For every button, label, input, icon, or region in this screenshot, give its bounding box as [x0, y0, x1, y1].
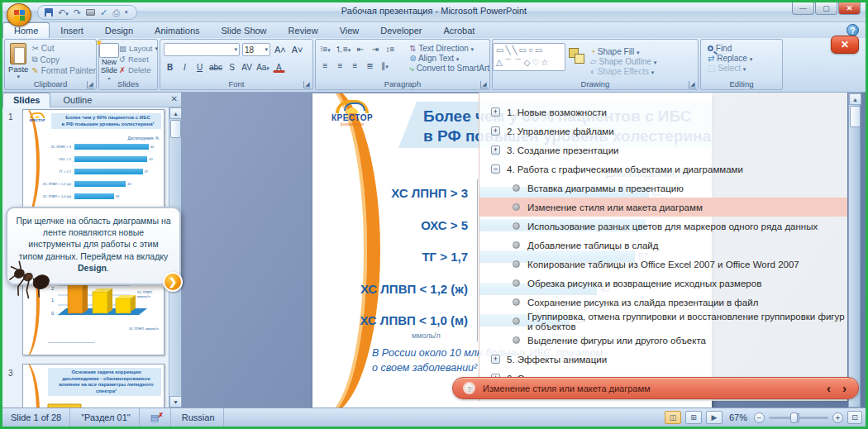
panel-scroll-thumb[interactable]	[170, 120, 181, 138]
tab-insert[interactable]: Insert	[50, 23, 94, 39]
menu-item[interactable]: Добавление таблицы в слайд	[479, 236, 847, 255]
menu-item[interactable]: −4. Работа с графическими объектами и ди…	[479, 160, 847, 179]
arrange-button[interactable]	[569, 48, 587, 66]
print-icon[interactable]	[86, 9, 95, 16]
slide3-thumbnail[interactable]: Основная задача коррекции дислипидемии -…	[22, 364, 165, 408]
menu-item[interactable]: +1. Новые возможности	[479, 102, 847, 122]
strikethrough-button[interactable]: abc	[208, 61, 223, 73]
spellcheck-status[interactable]: ▤✗	[142, 408, 171, 427]
align-right-button[interactable]: ≡	[349, 60, 361, 71]
tab-slide-show[interactable]: Slide Show	[211, 23, 278, 39]
tab-animations[interactable]: Animations	[144, 23, 210, 39]
font-dialog-launcher[interactable]: ◢	[303, 81, 311, 88]
language-indicator[interactable]: Russian	[174, 408, 224, 427]
tab-review[interactable]: Review	[278, 23, 329, 39]
qat-customize-icon[interactable]: ▾	[125, 9, 128, 16]
grow-font-button[interactable]: A˄	[273, 45, 288, 55]
bold-button[interactable]: B	[164, 61, 176, 73]
tab-acrobat[interactable]: Acrobat	[432, 23, 485, 39]
scroll-thumb[interactable]	[850, 106, 861, 127]
character-spacing-button[interactable]: AV	[241, 61, 253, 73]
minimize-button[interactable]: —	[792, 2, 814, 15]
delete-button[interactable]: ✗Delete	[119, 65, 158, 74]
font-size-combobox[interactable]: 18▾	[242, 43, 270, 56]
banner-next-icon[interactable]: ›	[842, 381, 858, 395]
maximize-button[interactable]: ▢	[815, 2, 837, 15]
scroll-down-icon[interactable]: ▼	[169, 396, 182, 408]
slideshow-button[interactable]: ▶	[706, 411, 723, 424]
menu-item[interactable]: Использование разных цветов для маркеров…	[479, 217, 847, 236]
vertical-scrollbar[interactable]: ▲	[848, 93, 861, 408]
new-slide-button[interactable]: New Slide ▾	[99, 40, 119, 83]
replace-button[interactable]: ⇄ Replace ▾	[708, 54, 782, 63]
overlay-close-button[interactable]: ✕	[831, 36, 859, 54]
office-button[interactable]	[7, 3, 31, 26]
menu-item[interactable]: +2. Управление файлами	[479, 122, 847, 141]
menu-item[interactable]: Обрезка рисунка и возвращение исходных р…	[479, 274, 847, 293]
zoom-slider-thumb[interactable]	[790, 412, 798, 423]
zoom-level[interactable]: 67%	[727, 412, 750, 422]
menu-item[interactable]: Изменение стиля или макета диаграмм	[479, 198, 847, 217]
spelling-icon[interactable]: ✓	[100, 8, 107, 17]
find-button[interactable]: Find	[708, 44, 782, 53]
close-button[interactable]: ✕	[838, 2, 861, 15]
convert-smartart-button[interactable]: ⤷ Convert to SmartArt	[409, 64, 489, 74]
print-preview-icon[interactable]: ⎙	[112, 8, 120, 17]
align-text-button[interactable]: ⊜ Align Text ▾	[409, 54, 489, 63]
bullets-button[interactable]: ⁝≡▾	[319, 43, 331, 55]
tab-slides[interactable]: Slides	[2, 93, 50, 107]
shapes-gallery[interactable]: ▭╲╲▭○▭△⌒⌒◇♡☆	[493, 43, 565, 71]
font-color-button[interactable]: A	[273, 61, 285, 73]
menu-item[interactable]: Вставка диаграммы в презентацию	[479, 179, 847, 198]
text-direction-button[interactable]: ⇅ Text Direction ▾	[409, 44, 489, 53]
shape-outline-button[interactable]: ▱ Shape Outline ▾	[590, 57, 656, 66]
expand-icon[interactable]: +	[491, 355, 500, 364]
drawing-dialog-launcher[interactable]: ◢	[689, 81, 696, 88]
layout-button[interactable]: ▤Layout▾	[119, 44, 158, 53]
fit-to-window-button[interactable]: ⊡	[847, 411, 862, 424]
align-center-button[interactable]: ≡	[334, 60, 346, 71]
tab-view[interactable]: View	[329, 23, 370, 39]
shape-effects-button[interactable]: ◐ Shape Effects ▾	[590, 67, 656, 76]
menu-item[interactable]: +3. Создание презентации	[479, 141, 847, 160]
shadow-button[interactable]: S	[226, 61, 238, 73]
menu-item[interactable]: Выделение фигуры или другого объекта	[479, 331, 847, 350]
justify-button[interactable]: ≣	[364, 60, 376, 71]
help-icon[interactable]: ?	[847, 24, 859, 36]
zoom-in-button[interactable]: +	[832, 412, 843, 423]
theme-name[interactable]: "Раздел 01"	[73, 408, 139, 427]
format-painter-button[interactable]: ✎Format Painter	[31, 66, 96, 75]
collapse-icon[interactable]: −	[491, 164, 500, 174]
slide-sorter-button[interactable]: ⊞	[685, 411, 702, 424]
reset-button[interactable]: ↺Reset	[119, 55, 158, 64]
paste-button[interactable]: Paste▾	[5, 40, 31, 80]
shrink-font-button[interactable]: A˅	[290, 45, 305, 55]
undo-icon[interactable]: ↶▾	[58, 8, 69, 17]
zoom-out-button[interactable]: −	[754, 412, 765, 423]
italic-button[interactable]: I	[179, 61, 191, 73]
increase-indent-button[interactable]: ⇥	[369, 43, 381, 55]
numbering-button[interactable]: ⒈≡▾	[334, 43, 351, 55]
line-spacing-button[interactable]: ↕≡	[384, 43, 396, 55]
copy-button[interactable]: ⧉Copy	[31, 55, 96, 64]
menu-item[interactable]: Сохранение рисунка из слайда презентации…	[479, 293, 847, 312]
underline-button[interactable]: U	[193, 61, 206, 73]
clipboard-dialog-launcher[interactable]: ◢	[87, 81, 94, 88]
zoom-slider[interactable]	[769, 417, 828, 419]
expand-icon[interactable]: +	[491, 107, 500, 117]
align-left-button[interactable]: ≡	[319, 60, 331, 71]
tab-home[interactable]: Home	[2, 22, 50, 38]
tooltip-next-button[interactable]: ❯	[163, 272, 183, 292]
decrease-indent-button[interactable]: ⇤	[354, 43, 366, 55]
expand-icon[interactable]: +	[491, 145, 500, 155]
redo-icon[interactable]: ↷	[74, 8, 81, 17]
select-button[interactable]: ⬚ Select ▾	[708, 64, 782, 73]
tab-developer[interactable]: Developer	[370, 23, 432, 39]
shape-fill-button[interactable]: ◔ Shape Fill ▾	[590, 47, 656, 56]
font-name-combobox[interactable]: ▾	[164, 43, 240, 56]
expand-icon[interactable]: +	[491, 126, 500, 136]
normal-view-button[interactable]: ◫	[665, 411, 681, 424]
change-case-button[interactable]: Aa▾	[255, 61, 270, 73]
slide1-thumbnail[interactable]: КРЕСТОР Более чем у 60% пациентов с ИБСв…	[22, 109, 165, 217]
banner-previous-icon[interactable]: ‹	[815, 381, 842, 395]
